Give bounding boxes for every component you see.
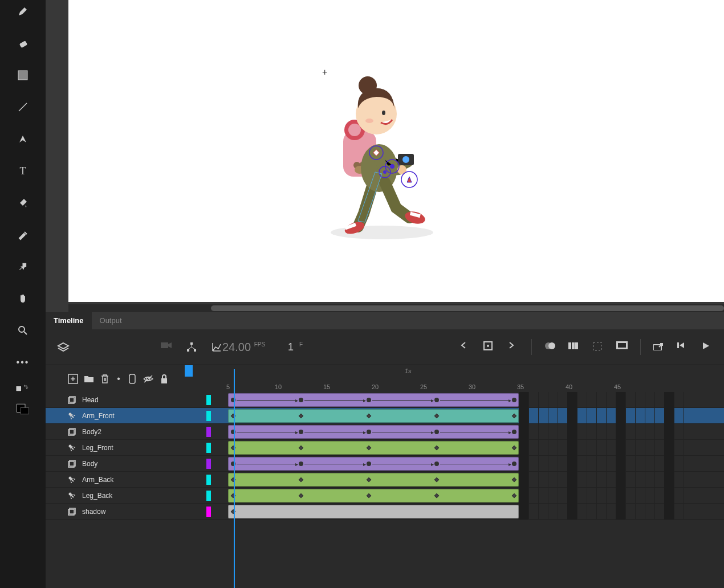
more-tools-icon[interactable]: •••	[16, 356, 30, 369]
eyedropper-tool-icon[interactable]	[16, 228, 30, 242]
keyframe[interactable]	[434, 462, 439, 466]
onion-skin-icon[interactable]	[544, 341, 556, 353]
keyframe[interactable]	[299, 477, 303, 481]
prev-icon[interactable]	[459, 341, 471, 353]
color-swatches-icon[interactable]	[16, 402, 30, 416]
horizontal-scrollbar[interactable]	[68, 304, 724, 312]
keyframe[interactable]	[512, 413, 516, 418]
keyframe[interactable]	[367, 462, 371, 466]
pin-tool-icon[interactable]	[16, 260, 30, 273]
tab-output[interactable]: Output	[92, 312, 130, 329]
keyframe[interactable]	[434, 430, 439, 434]
character-artwork[interactable]	[308, 68, 456, 251]
delete-layer-icon[interactable]	[97, 374, 113, 384]
keyframe-nav-icon[interactable]	[483, 341, 495, 353]
marker-icon[interactable]	[592, 341, 604, 353]
layer-lock-icon[interactable]	[156, 374, 172, 384]
keyframe[interactable]	[299, 398, 303, 402]
layer-row[interactable]: Head▸▸▸▸	[46, 392, 724, 408]
swap-colors-icon[interactable]	[16, 382, 30, 395]
keyframe[interactable]	[367, 430, 371, 434]
keyframe[interactable]	[512, 462, 516, 466]
keyframe[interactable]	[367, 477, 371, 481]
new-layer-icon[interactable]	[65, 374, 81, 384]
keyframe[interactable]	[367, 445, 371, 450]
layer-row[interactable]: Body▸▸▸▸	[46, 456, 724, 472]
layer-row[interactable]: Arm_Front	[46, 408, 724, 424]
keyframe[interactable]	[367, 493, 371, 497]
layer-row[interactable]: Arm_Back	[46, 472, 724, 488]
layer-track[interactable]: ▸▸▸▸	[228, 424, 724, 440]
graph-icon[interactable]	[211, 341, 222, 353]
svg-rect-46	[568, 342, 571, 349]
export-icon[interactable]	[653, 341, 665, 353]
keyframe[interactable]	[512, 477, 516, 481]
fit-icon[interactable]	[616, 341, 628, 353]
tab-timeline[interactable]: Timeline	[46, 312, 92, 329]
layer-row[interactable]: Leg_Front	[46, 440, 724, 456]
layer-highlight-dot-icon[interactable]: •	[113, 374, 124, 384]
layers-menu-icon[interactable]	[57, 341, 68, 353]
layer-color-swatch[interactable]	[206, 395, 211, 405]
hand-tool-icon[interactable]	[16, 292, 30, 305]
keyframe[interactable]	[512, 398, 516, 402]
layer-color-swatch[interactable]	[206, 491, 211, 501]
zoom-tool-icon[interactable]	[16, 324, 30, 337]
layer-row[interactable]: Leg_Back	[46, 488, 724, 504]
stage-canvas[interactable]: +	[68, 0, 724, 302]
edit-multiple-icon[interactable]	[568, 341, 580, 353]
layer-track[interactable]	[228, 488, 724, 504]
line-tool-icon[interactable]	[16, 100, 30, 114]
new-folder-icon[interactable]	[81, 374, 97, 383]
svg-point-24	[359, 76, 377, 95]
keyframe[interactable]	[434, 493, 439, 497]
parenting-view-icon[interactable]	[186, 341, 197, 353]
keyframe[interactable]	[299, 430, 303, 434]
keyframe[interactable]	[299, 493, 303, 497]
layer-track[interactable]	[228, 472, 724, 488]
layer-track[interactable]: ▸▸▸▸	[228, 392, 724, 408]
fps-display[interactable]: 24.00 FPS	[222, 341, 265, 354]
playhead-line[interactable]	[234, 369, 235, 588]
keyframe[interactable]	[434, 445, 439, 450]
keyframe[interactable]	[434, 398, 439, 402]
keyframe[interactable]	[434, 413, 439, 418]
text-tool-icon[interactable]: T	[16, 164, 30, 178]
keyframe[interactable]	[299, 462, 303, 466]
keyframe[interactable]	[512, 445, 516, 450]
keyframe[interactable]	[434, 477, 439, 481]
frame-display[interactable]: 1F	[288, 341, 303, 353]
layer-color-swatch[interactable]	[206, 427, 211, 437]
layer-track[interactable]	[228, 440, 724, 456]
keyframe[interactable]	[367, 398, 371, 402]
layer-track[interactable]: ▸▸▸▸	[228, 456, 724, 472]
keyframe[interactable]	[299, 413, 303, 418]
camera-icon[interactable]	[161, 341, 172, 353]
eraser-tool-icon[interactable]	[16, 36, 30, 50]
layer-color-swatch[interactable]	[206, 411, 211, 421]
timeline-ruler[interactable]: 1s 51015202530354045	[184, 365, 716, 393]
pen-tool-icon[interactable]	[16, 132, 30, 146]
rectangle-tool-icon[interactable]	[16, 68, 30, 82]
next-icon[interactable]	[507, 341, 519, 353]
keyframe[interactable]	[367, 413, 371, 418]
pencil-tool-icon[interactable]	[16, 5, 30, 18]
svg-rect-1	[18, 71, 27, 80]
keyframe[interactable]	[512, 430, 516, 434]
step-back-icon[interactable]	[677, 341, 689, 353]
playhead[interactable]	[185, 365, 193, 377]
layer-track[interactable]	[228, 504, 724, 520]
layer-color-swatch[interactable]	[206, 443, 211, 453]
layer-visibility-icon[interactable]	[140, 374, 156, 383]
layer-color-swatch[interactable]	[206, 459, 211, 469]
layer-outline-icon[interactable]	[124, 374, 140, 384]
layer-color-swatch[interactable]	[206, 507, 211, 517]
layer-color-swatch[interactable]	[206, 475, 211, 485]
layer-row[interactable]: Body2▸▸▸▸	[46, 424, 724, 440]
layer-row[interactable]: shadow	[46, 504, 724, 520]
keyframe[interactable]	[512, 493, 516, 497]
play-icon[interactable]	[701, 341, 713, 353]
layer-track[interactable]	[228, 408, 724, 424]
keyframe[interactable]	[299, 445, 303, 450]
paint-bucket-tool-icon[interactable]	[16, 196, 30, 210]
